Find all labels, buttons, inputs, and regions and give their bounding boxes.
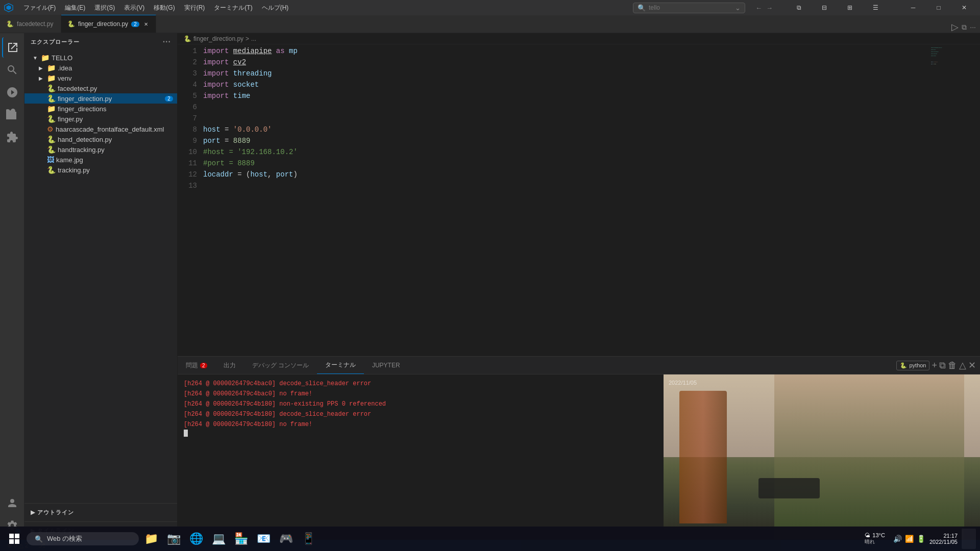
taskbar-app1[interactable]: 🎮 [276, 529, 296, 549]
maximize-panel-icon[interactable]: △ [959, 360, 966, 371]
python-file-icon: 🐍 [47, 145, 56, 154]
tree-item-hand-detection[interactable]: ▶ 🐍 hand_detection.py [24, 134, 177, 144]
menu-select[interactable]: 選択(S) [90, 3, 119, 13]
activity-account[interactable] [2, 493, 22, 513]
maximize-button[interactable]: □ [927, 0, 950, 15]
new-terminal-icon[interactable]: + [932, 360, 937, 371]
code-editor[interactable]: 12345 678910 111213 import mediapipe as … [178, 44, 929, 356]
layout-btn-4[interactable]: ☰ [864, 0, 887, 15]
svg-rect-3 [15, 539, 19, 544]
layout-btn-1[interactable]: ⧉ [787, 0, 811, 15]
code-editor-wrapper: 12345 678910 111213 import mediapipe as … [178, 44, 980, 356]
tray-battery-icon[interactable]: 🔋 [917, 535, 925, 543]
tree-item-idea[interactable]: ▶ 📁 .idea [24, 63, 177, 73]
taskbar-mail[interactable]: 📧 [253, 529, 274, 549]
activity-run[interactable] [2, 105, 22, 125]
activity-explorer[interactable] [2, 37, 22, 58]
sidebar-more-icon[interactable]: ··· [163, 37, 171, 46]
tab-close-button[interactable]: ✕ [142, 21, 150, 28]
tree-item-finger-directions[interactable]: ▶ 📁 finger_directions [24, 104, 177, 114]
tree-item-venv[interactable]: ▶ 📁 venv [24, 73, 177, 83]
terminal-profile-label: python [909, 362, 926, 368]
tab-output[interactable]: 出力 [215, 357, 244, 374]
window-controls: ─ □ ✕ [901, 0, 976, 15]
menu-run[interactable]: 実行(R) [180, 3, 209, 13]
clock-time: 21:17 [943, 533, 958, 539]
more-icon[interactable]: ··· [970, 23, 976, 31]
taskbar-store[interactable]: 🏪 [231, 529, 251, 549]
nav-forward-button[interactable]: → [766, 4, 773, 12]
tab-debug-label: デバッグ コンソール [252, 361, 309, 370]
split-terminal-icon[interactable]: ⧉ [939, 360, 946, 371]
terminal-profile-button[interactable]: 🐍 python [896, 361, 929, 370]
file-tree: ▼ 📁 TELLO ▶ 📁 .idea ▶ 📁 venv ▶ 🐍 [24, 51, 177, 177]
menu-file[interactable]: ファイル(F) [19, 3, 60, 13]
terminal[interactable]: [h264 @ 0000026479c4bac0] decode_slice_h… [178, 374, 664, 540]
svg-rect-2 [9, 539, 14, 544]
menu-view[interactable]: 表示(V) [120, 3, 149, 13]
tree-item-handtracking[interactable]: ▶ 🐍 handtracking.py [24, 144, 177, 155]
tab-terminal[interactable]: ターミナル [317, 357, 364, 374]
trash-icon[interactable]: 🗑 [948, 360, 957, 371]
search-input[interactable] [649, 4, 730, 11]
tab-debug-console[interactable]: デバッグ コンソール [244, 357, 317, 374]
nav-back-button[interactable]: ← [755, 4, 762, 12]
layout-btn-2[interactable]: ⊟ [813, 0, 836, 15]
tree-root-folder[interactable]: ▼ 📁 TELLO [24, 53, 177, 63]
taskbar-weather[interactable]: 🌤 13°C 晴れ [865, 532, 885, 545]
tray-network-icon[interactable]: 🔊 [893, 535, 902, 543]
close-panel-icon[interactable]: ✕ [968, 360, 976, 371]
activity-source-control[interactable] [2, 82, 22, 103]
taskbar-cmd[interactable]: 💻 [208, 529, 229, 549]
tree-item-finger[interactable]: ▶ 🐍 finger.py [24, 114, 177, 124]
tab-problems-label: 問題 [186, 361, 198, 370]
panel-tabs: 問題 2 出力 デバッグ コンソール ターミナル J [178, 357, 980, 374]
taskbar-search[interactable]: 🔍 Web の検索 [27, 532, 139, 545]
taskbar-app2[interactable]: 📱 [298, 529, 318, 549]
show-desktop-button[interactable] [962, 529, 976, 549]
taskbar-camera[interactable]: 📷 [163, 529, 184, 549]
tray-volume-icon[interactable]: 📶 [905, 535, 914, 543]
weather-desc: 晴れ [865, 538, 875, 545]
tree-item-facedetect[interactable]: ▶ 🐍 facedetect.py [24, 83, 177, 93]
code-line-11: #port = 8889 [203, 158, 929, 169]
tab-problems[interactable]: 問題 2 [178, 357, 215, 374]
camera-placeholder: 2022/11/05 [664, 374, 980, 540]
taskbar-edge[interactable]: 🌐 [186, 529, 206, 549]
menu-terminal[interactable]: ターミナル(T) [210, 3, 256, 13]
folder-icon: 📁 [47, 74, 56, 82]
layout-btn-3[interactable]: ⊞ [838, 0, 862, 15]
tree-item-tracking[interactable]: ▶ 🐍 tracking.py [24, 165, 177, 175]
run-icon[interactable]: ▷ [951, 21, 959, 33]
breadcrumb-sep: > [246, 35, 249, 42]
activity-extensions[interactable] [2, 127, 22, 147]
code-line-4: import socket [203, 79, 929, 90]
search-bar[interactable]: 🔍 ⌄ [633, 3, 745, 13]
taskbar-clock[interactable]: 21:17 2022/11/05 [929, 533, 958, 545]
outline-header[interactable]: ▶ アウトライン [24, 507, 177, 518]
close-button[interactable]: ✕ [952, 0, 976, 15]
start-button[interactable] [4, 529, 24, 549]
tree-item-kame[interactable]: ▶ 🖼 kame.jpg [24, 155, 177, 165]
tab-finger-direction[interactable]: 🐍 finger_direction.py 2 ✕ [61, 15, 156, 33]
menu-help[interactable]: ヘルプ(H) [258, 3, 293, 13]
tab-badge-finger: 2 [131, 21, 139, 27]
tree-item-haarcascade[interactable]: ▶ ⚙ haarcascade_frontalface_default.xml [24, 124, 177, 134]
code-line-13 [203, 180, 929, 191]
split-icon[interactable]: ⧉ [962, 23, 967, 32]
tab-jupyter[interactable]: JUPYTER [364, 357, 408, 374]
menu-edit[interactable]: 編集(E) [61, 3, 89, 13]
outline-section: ▶ アウトライン [24, 503, 177, 521]
terminal-line-2: [h264 @ 0000026479c4bac0] no frame! [184, 389, 657, 399]
panel-content: [h264 @ 0000026479c4bac0] decode_slice_h… [178, 374, 980, 540]
activity-search[interactable] [2, 60, 22, 80]
code-content[interactable]: import mediapipe as mp import cv2 import… [203, 44, 929, 356]
terminal-line-1: [h264 @ 0000026479c4bac0] decode_slice_h… [184, 379, 657, 389]
breadcrumb-file: 🐍 [184, 35, 191, 42]
tree-item-finger-direction[interactable]: ▶ 🐍 finger_direction.py 2 [24, 93, 177, 104]
tab-facedetect[interactable]: 🐍 facedetect.py [0, 15, 61, 33]
taskbar-explorer[interactable]: 📁 [141, 529, 161, 549]
code-line-2: import cv2 [203, 57, 929, 68]
menu-go[interactable]: 移動(G) [150, 3, 179, 13]
minimize-button[interactable]: ─ [901, 0, 925, 15]
